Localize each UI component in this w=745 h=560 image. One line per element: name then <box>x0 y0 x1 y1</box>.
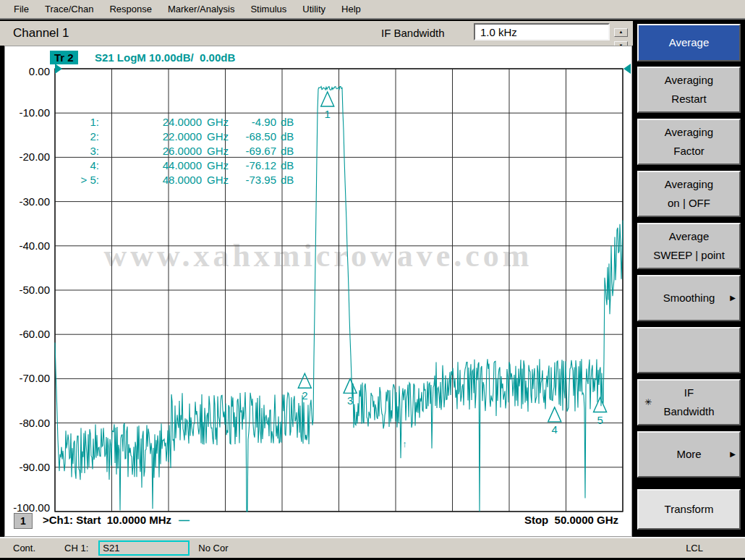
svg-text:-60.00: -60.00 <box>19 328 50 340</box>
sweep-start-label: >Ch1: Start 10.0000 MHz— <box>43 514 190 526</box>
marker-row-freq: 24.0000 <box>99 115 202 130</box>
menu-file[interactable]: File <box>7 2 35 16</box>
marker-row-freq: 22.0000 <box>99 130 202 144</box>
up-arrow-icon: ▲ <box>619 30 623 34</box>
softkey-label: SWEEP | point <box>653 246 725 265</box>
marker-row-value: -73.95 <box>234 173 276 187</box>
marker-4-number: 4 <box>552 423 558 436</box>
softkey-label: on | OFF <box>668 194 710 213</box>
marker-2-number: 2 <box>302 389 307 402</box>
softkey-if-bandwidth[interactable]: ✳ IF Bandwidth <box>637 379 741 425</box>
trace-format-label: S21 LogM 10.00dB/ 0.00dB <box>95 51 235 64</box>
status-channel-label: CH 1: <box>64 543 88 553</box>
svg-text:-70.00: -70.00 <box>19 372 50 384</box>
marker-5-number: 5 <box>597 414 603 426</box>
local-remote-status: LCL <box>686 543 703 553</box>
menu-marker-analysis[interactable]: Marker/Analysis <box>161 2 241 16</box>
marker-row-db-unit: dB <box>276 158 298 173</box>
softkey-label: Factor <box>673 142 704 161</box>
marker-3-number: 3 <box>347 394 353 407</box>
marker-row-unit: GHz <box>202 158 234 173</box>
marker-5-triangle <box>594 398 607 412</box>
softkey-smoothing[interactable]: Smoothing ▶ <box>637 275 741 321</box>
menu-utility[interactable]: Utility <box>296 2 332 16</box>
marker-row-label: > 5: <box>48 173 99 187</box>
submenu-arrow-icon: ▶ <box>730 289 736 307</box>
svg-text:-80.00: -80.00 <box>19 417 50 429</box>
marker-row-value: -76.12 <box>234 158 276 173</box>
softkey-averaging-factor[interactable]: Averaging Factor <box>637 119 741 165</box>
plot-window: www.xahxmicrowave.com 0.00-10.00-20.00-3… <box>4 46 632 537</box>
marker-row-label: 3: <box>48 144 99 158</box>
svg-text:-30.00: -30.00 <box>19 195 50 208</box>
softkey-average-sweep-point[interactable]: Average SWEEP | point <box>637 223 741 269</box>
marker-2-triangle <box>298 373 311 388</box>
softkey-blank <box>637 327 741 373</box>
softkey-label: More <box>676 445 701 464</box>
svg-text:-10.00: -10.00 <box>19 106 50 119</box>
marker-row-value: -69.67 <box>234 144 276 158</box>
marker-row-unit: GHz <box>202 115 234 130</box>
svg-text:-50.00: -50.00 <box>19 284 50 296</box>
status-measurement-box: S21 <box>98 540 190 556</box>
softkey-average[interactable]: Average <box>637 24 741 61</box>
trace-badge[interactable]: Tr 2 <box>50 51 78 64</box>
softkey-label: Smoothing <box>663 289 715 307</box>
marker-row-db-unit: dB <box>276 130 298 144</box>
marker-1-triangle <box>321 92 334 106</box>
softkey-averaging-on-off[interactable]: Averaging on | OFF <box>637 171 741 217</box>
menu-help[interactable]: Help <box>335 2 367 16</box>
softkey-label: Average <box>669 33 710 52</box>
svg-text:-40.00: -40.00 <box>19 239 50 252</box>
marker-4-triangle <box>548 407 561 422</box>
status-bar: Cont. CH 1: S21 No Cor LCL <box>0 537 745 558</box>
marker-row-freq: 48.0000 <box>99 173 202 187</box>
softkey-more[interactable]: More ▶ <box>637 431 741 478</box>
channel-title: Channel 1 <box>13 26 69 41</box>
marker-row-value: -68.50 <box>234 130 276 144</box>
spinner-up-button[interactable]: ▲ <box>614 28 628 37</box>
marker-row-unit: GHz <box>202 173 234 187</box>
softkey-label: Average <box>669 227 710 246</box>
submenu-arrow-icon: ▶ <box>730 445 736 464</box>
softkey-averaging-restart[interactable]: Averaging Restart <box>637 67 741 113</box>
softkey-transform[interactable]: Transform <box>637 489 741 530</box>
marker-readout: 1: 24.0000 GHz -4.90 dB 2: 22.0000 GHz -… <box>48 115 298 187</box>
svg-text:-100.00: -100.00 <box>13 501 50 514</box>
softkey-label: Averaging <box>665 123 713 142</box>
marker-row-db-unit: dB <box>276 173 298 187</box>
marker-row-freq: 26.0000 <box>99 144 202 158</box>
softkey-label: Restart <box>671 90 706 109</box>
correction-status: No Cor <box>198 543 228 553</box>
menu-bar: File Trace/Chan Response Marker/Analysis… <box>0 0 745 20</box>
marker-row-value: -4.90 <box>234 115 276 130</box>
y-axis-labels: 0.00-10.00-20.00-30.00-40.00-50.00-60.00… <box>13 65 50 514</box>
marker-row-label: 1: <box>48 115 99 130</box>
softkey-label: Transform <box>665 500 714 519</box>
channel-title-bar: Channel 1 IF Bandwidth ▲ ▼ <box>0 21 633 46</box>
start-text: >Ch1: Start 10.0000 MHz <box>43 514 171 526</box>
menu-trace-chan[interactable]: Trace/Chan <box>38 2 100 16</box>
marker-row-unit: GHz <box>202 144 234 158</box>
marker-1-number: 1 <box>325 108 331 120</box>
if-bandwidth-spinner: ▲ ▼ <box>614 23 628 41</box>
trace-annotation: ↑ <box>402 438 407 449</box>
softkey-label: Bandwidth <box>663 402 714 421</box>
softkey-label: Averaging <box>665 71 713 90</box>
asterisk-icon: ✳ <box>644 393 652 412</box>
marker-row-db-unit: dB <box>276 115 298 130</box>
svg-text:-90.00: -90.00 <box>19 461 50 473</box>
marker-3-triangle <box>344 378 357 393</box>
menu-response[interactable]: Response <box>103 2 158 16</box>
if-bandwidth-input[interactable] <box>474 23 610 41</box>
sweep-status: Cont. <box>13 543 35 553</box>
menu-stimulus[interactable]: Stimulus <box>244 2 293 16</box>
svg-text:-20.00: -20.00 <box>19 150 50 163</box>
svg-text:0.00: 0.00 <box>29 65 50 77</box>
if-bandwidth-label: IF Bandwidth <box>381 27 445 39</box>
marker-row-unit: GHz <box>202 130 234 144</box>
softkey-sidebar: Average Averaging Restart Averaging Fact… <box>633 20 745 537</box>
trace-color-dash: — <box>179 514 190 526</box>
sweep-stop-label: Stop 50.0000 GHz <box>524 514 618 526</box>
channel-number-box: 1 <box>14 513 33 529</box>
